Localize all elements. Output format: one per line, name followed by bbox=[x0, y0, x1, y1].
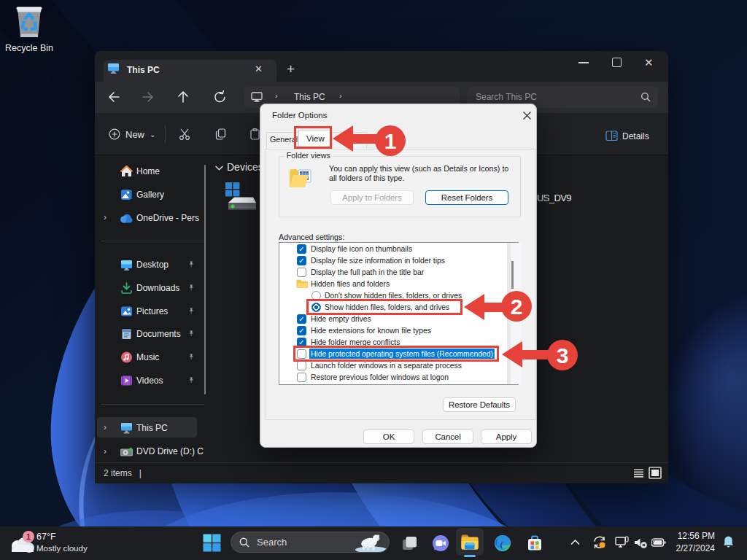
svg-text:1: 1 bbox=[26, 532, 31, 541]
